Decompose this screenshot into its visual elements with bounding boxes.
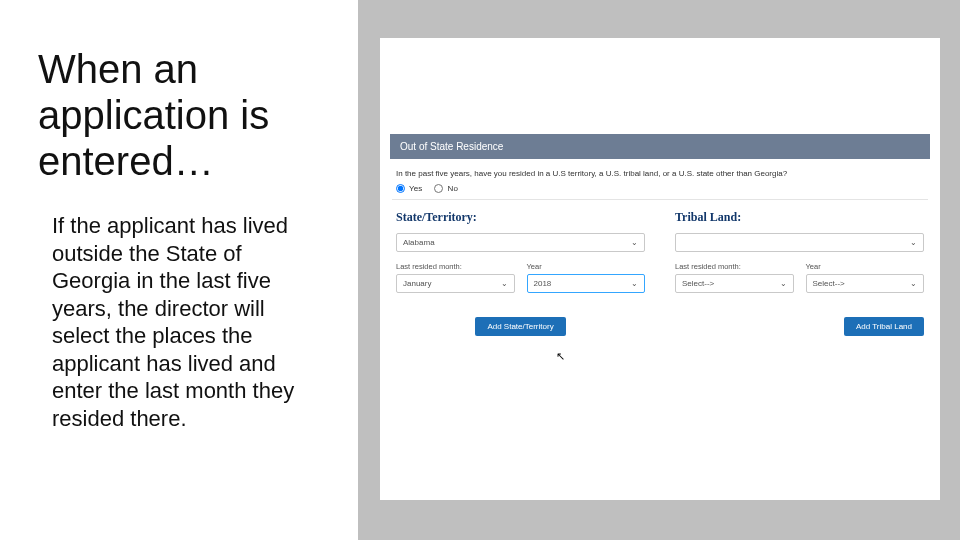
state-year-select[interactable]: 2018 ⌄ (527, 274, 646, 293)
chevron-down-icon: ⌄ (501, 279, 508, 288)
left-text-panel: When an application is entered… If the a… (0, 0, 360, 540)
section-header-out-of-state: Out of State Residence (390, 134, 930, 159)
state-select[interactable]: Alabama ⌄ (396, 233, 645, 252)
state-month-select[interactable]: January ⌄ (396, 274, 515, 293)
radio-no[interactable] (434, 184, 443, 193)
radio-no-label[interactable]: No (434, 184, 457, 193)
tribal-month-value: Select--> (682, 279, 714, 288)
divider (392, 199, 928, 200)
state-month-label: Last resided month: (396, 262, 515, 271)
state-month-year-row: Last resided month: January ⌄ Year 2018 … (396, 262, 645, 303)
state-territory-column: State/Territory: Alabama ⌄ Last resided … (396, 210, 645, 336)
chevron-down-icon: ⌄ (910, 279, 917, 288)
slide-title: When an application is entered… (38, 46, 326, 184)
radio-no-text: No (448, 184, 458, 193)
slide: When an application is entered… If the a… (0, 0, 960, 540)
tribal-month-select[interactable]: Select--> ⌄ (675, 274, 794, 293)
state-year-label: Year (527, 262, 646, 271)
tribal-heading: Tribal Land: (675, 210, 924, 225)
radio-yes[interactable] (396, 184, 405, 193)
tribal-month-year-row: Last resided month: Select--> ⌄ Year Sel… (675, 262, 924, 303)
chevron-down-icon: ⌄ (780, 279, 787, 288)
add-tribal-land-button[interactable]: Add Tribal Land (844, 317, 924, 336)
state-heading: State/Territory: (396, 210, 645, 225)
slide-body: If the applicant has lived outside the S… (52, 212, 307, 432)
cursor-icon: ↖ (556, 350, 565, 363)
tribal-select[interactable]: ⌄ (675, 233, 924, 252)
tribal-year-select[interactable]: Select--> ⌄ (806, 274, 925, 293)
state-month-value: January (403, 279, 431, 288)
tribal-land-column: Tribal Land: ⌄ Last resided month: Selec… (675, 210, 924, 336)
radio-yes-text: Yes (409, 184, 422, 193)
residence-question: In the past five years, have you resided… (396, 169, 924, 178)
state-select-value: Alabama (403, 238, 435, 247)
chevron-down-icon: ⌄ (631, 238, 638, 247)
state-year-value: 2018 (534, 279, 552, 288)
embedded-app: Out of State Residence In the past five … (380, 38, 940, 500)
tribal-month-label: Last resided month: (675, 262, 794, 271)
tribal-year-value: Select--> (813, 279, 845, 288)
yes-no-group: Yes No (396, 184, 924, 193)
chevron-down-icon: ⌄ (910, 238, 917, 247)
radio-yes-label[interactable]: Yes (396, 184, 424, 193)
tribal-year-label: Year (806, 262, 925, 271)
add-state-territory-button[interactable]: Add State/Territory (475, 317, 565, 336)
columns: State/Territory: Alabama ⌄ Last resided … (396, 210, 924, 336)
chevron-down-icon: ⌄ (631, 279, 638, 288)
right-screenshot-panel: Out of State Residence In the past five … (360, 0, 960, 540)
